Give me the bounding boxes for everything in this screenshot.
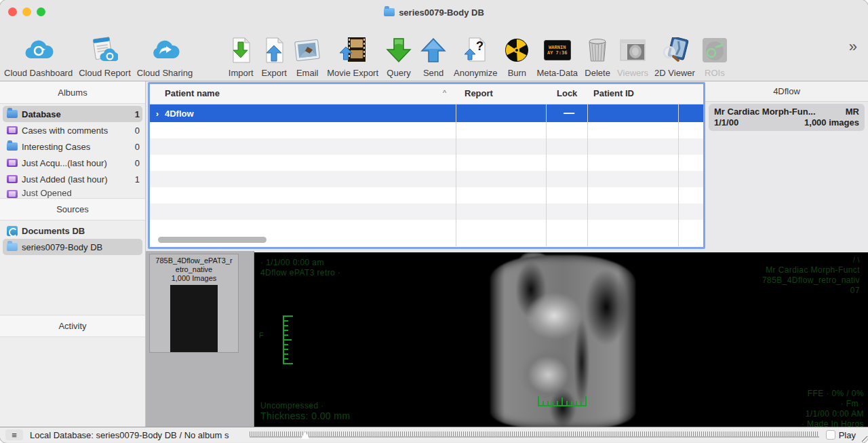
horizontal-ruler bbox=[537, 395, 587, 407]
sort-indicator: ^ bbox=[443, 89, 446, 97]
smart-album-icon bbox=[7, 175, 18, 183]
sidebar-item-just-opened-clipped[interactable]: Just Opened bbox=[0, 187, 145, 198]
table-row-empty bbox=[150, 187, 703, 204]
albums-section-header: Albums bbox=[0, 81, 145, 104]
lock-cell: — bbox=[555, 107, 583, 119]
album-label: Just Added (last hour) bbox=[22, 174, 131, 185]
toolbar-item-cloud-sharing[interactable]: Cloud Sharing bbox=[137, 35, 193, 78]
series-image-count: 1,000 Images bbox=[155, 274, 232, 283]
play-checkbox[interactable] bbox=[826, 430, 835, 440]
sidebar-item-cases-with-comments[interactable]: Cases with comments 0 bbox=[0, 122, 145, 138]
folder-icon bbox=[384, 8, 395, 16]
column-header-patient-id[interactable]: Patient ID bbox=[593, 88, 634, 98]
overlay-bottom-right: FFE · 0% / 0% · Fm · 1/1/00 0:00 AM · Ma… bbox=[802, 389, 864, 427]
movie-export-icon bbox=[338, 35, 367, 66]
column-header-patient-name[interactable]: Patient name bbox=[165, 88, 220, 98]
expander-chevron-icon[interactable]: › bbox=[150, 109, 165, 119]
sidebar-item-just-acquired[interactable]: Just Acqu...(last hour) 0 bbox=[0, 155, 145, 171]
toolbar-label: Query bbox=[387, 68, 410, 78]
meta-data-badge-line1: WARNIN bbox=[549, 45, 566, 50]
toolbar-label: Delete bbox=[585, 68, 610, 78]
toolbar-item-cloud-dashboard[interactable]: Cloud Dashboard bbox=[4, 35, 73, 78]
meta-data-badge-line2: AY 7:36 bbox=[547, 50, 568, 56]
album-count: 0 bbox=[135, 126, 140, 136]
toolbar-label: Cloud Sharing bbox=[137, 68, 193, 78]
toolbar-item-burn[interactable]: Burn bbox=[503, 35, 530, 78]
toolbar: Cloud Dashboard Cloud Report Cloud Shari… bbox=[0, 24, 868, 81]
series-list-item[interactable]: Mr Cardiac Morph-Fun... MR 1/1/00 1,000 … bbox=[709, 104, 865, 131]
series-name: 785B_4Dflow_ePAT3_r etro_native 1,000 Im… bbox=[155, 256, 232, 283]
toolbar-label: Send bbox=[423, 68, 443, 78]
toolbar-item-email[interactable]: Email bbox=[294, 35, 321, 78]
send-icon bbox=[419, 35, 448, 66]
album-count: 1 bbox=[135, 174, 140, 185]
series-thumbnail-image bbox=[170, 285, 218, 352]
table-row-selected[interactable]: › 4Dflow — bbox=[150, 104, 703, 122]
sidebar-item-documents-db[interactable]: Documents DB bbox=[0, 223, 145, 239]
play-label: Play bbox=[839, 430, 856, 440]
sidebar-item-series0079-body-db[interactable]: series0079-Body DB bbox=[3, 239, 142, 255]
svg-text:?: ? bbox=[476, 39, 484, 53]
toolbar-item-query[interactable]: Query bbox=[384, 35, 413, 78]
toolbar-item-import[interactable]: Import bbox=[227, 35, 254, 78]
toolbar-overflow-chevron[interactable]: » bbox=[845, 38, 861, 56]
toolbar-item-export[interactable]: Export bbox=[260, 35, 288, 78]
main-content: Albums Database 1 Cases with comments 0 … bbox=[0, 81, 868, 427]
column-header-report[interactable]: Report bbox=[465, 88, 493, 98]
sidebar-item-just-added[interactable]: Just Added (last hour) 1 bbox=[0, 171, 145, 187]
column-divider bbox=[546, 104, 547, 246]
email-icon bbox=[294, 35, 321, 66]
2d-viewer-icon bbox=[660, 35, 689, 66]
series-date: 1/1/00 bbox=[714, 117, 738, 128]
column-header-lock[interactable]: Lock bbox=[557, 88, 577, 98]
album-count: 0 bbox=[135, 142, 140, 152]
toolbar-label: Export bbox=[261, 68, 287, 78]
toolbar-item-movie-export[interactable]: Movie Export bbox=[327, 35, 378, 78]
series-name-line1: 785B_4Dflow_ePAT3_r bbox=[155, 256, 232, 265]
toolbar-label: Viewers bbox=[617, 68, 648, 78]
toolbar-label: Anonymize bbox=[454, 68, 497, 78]
toolbar-item-2d-viewer[interactable]: 2D Viewer bbox=[654, 35, 695, 78]
rois-icon bbox=[702, 35, 728, 66]
toolbar-item-cloud-report[interactable]: Cloud Report bbox=[79, 35, 131, 78]
sidebar: Albums Database 1 Cases with comments 0 … bbox=[0, 81, 146, 427]
toolbar-item-delete[interactable]: Delete bbox=[584, 35, 611, 78]
album-label: Cases with comments bbox=[22, 126, 131, 136]
import-icon bbox=[229, 35, 253, 66]
album-label: Just Acqu...(last hour) bbox=[22, 158, 131, 168]
album-count: 1 bbox=[135, 109, 140, 119]
horizontal-scrollbar-thumb[interactable] bbox=[158, 237, 267, 243]
series-thumbnail-card[interactable]: 785B_4Dflow_ePAT3_r etro_native 1,000 Im… bbox=[149, 254, 239, 353]
slider-ticks bbox=[250, 431, 819, 436]
folder-icon bbox=[7, 243, 18, 251]
meta-data-icon: WARNIN AY 7:36 bbox=[544, 35, 571, 66]
toolbar-label: Cloud Dashboard bbox=[4, 68, 73, 78]
toolbar-label: Movie Export bbox=[327, 68, 378, 78]
anonymize-icon: ? bbox=[463, 35, 488, 66]
sidebar-item-interesting-cases[interactable]: Interesting Cases 0 bbox=[0, 138, 145, 155]
resize-grip[interactable] bbox=[859, 434, 867, 442]
smart-album-icon bbox=[7, 190, 18, 198]
toolbar-item-anonymize[interactable]: ? Anonymize bbox=[454, 35, 497, 78]
source-label: Documents DB bbox=[22, 226, 140, 236]
source-label: series0079-Body DB bbox=[22, 242, 140, 252]
zoom-button[interactable] bbox=[37, 7, 45, 16]
sidebar-item-database[interactable]: Database 1 bbox=[3, 106, 142, 122]
viewer-canvas[interactable]: · 1/1/00 0:00 am 4Dflow ePAT3 retro · / … bbox=[254, 252, 868, 427]
minimize-button[interactable] bbox=[22, 7, 31, 16]
overlay-top-right: / \ Mr Cardiac Morph-Funct 785B_4Dflow_r… bbox=[762, 255, 860, 296]
delete-icon bbox=[586, 35, 609, 66]
sources-section-header: Sources bbox=[0, 198, 145, 220]
overlay-bottom-left: Uncompressed · Thickness: 0.00 mm bbox=[260, 401, 350, 421]
album-label: Just Opened bbox=[22, 188, 136, 198]
column-divider bbox=[456, 104, 456, 246]
close-button[interactable] bbox=[8, 7, 17, 16]
status-menu-button[interactable]: ≡ bbox=[5, 429, 23, 440]
toolbar-item-send[interactable]: Send bbox=[419, 35, 448, 78]
title-bar: series0079-Body DB bbox=[0, 0, 868, 24]
preview-slider[interactable] bbox=[250, 431, 819, 439]
vertical-ruler bbox=[282, 315, 294, 365]
toolbar-item-meta-data[interactable]: WARNIN AY 7:36 Meta-Data bbox=[536, 35, 578, 78]
viewers-icon bbox=[620, 35, 646, 66]
album-label: Database bbox=[22, 109, 131, 119]
